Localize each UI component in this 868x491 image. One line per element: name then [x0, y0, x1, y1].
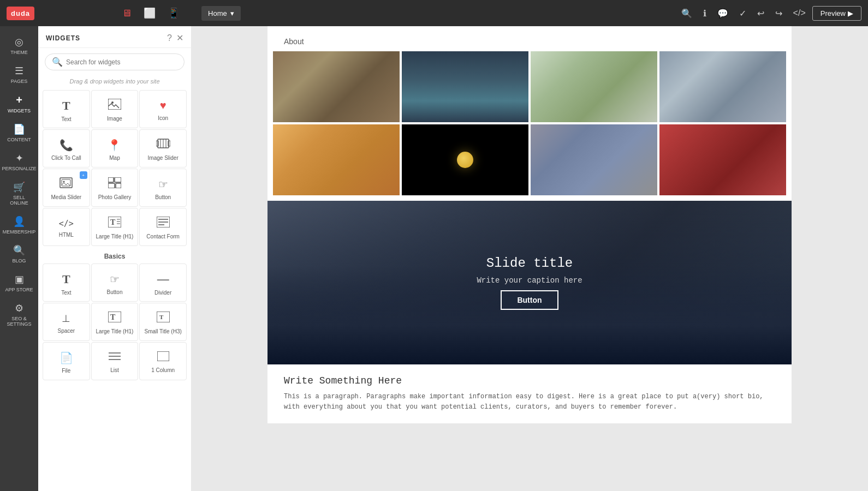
sidebar-item-pages[interactable]: ☰ PAGES	[2, 61, 36, 88]
widget-contact-form[interactable]: Contact Form	[139, 208, 187, 246]
map-widget-icon: 📍	[108, 139, 121, 152]
svg-text:T: T	[110, 218, 116, 226]
sidebar-item-app-store[interactable]: ▣ APP STORE	[2, 269, 36, 297]
basics-divider-label: Divider	[154, 290, 171, 296]
basics-widget-list[interactable]: List	[91, 342, 139, 380]
basics-widget-button[interactable]: ☞ Button	[91, 264, 139, 302]
info-icon-btn[interactable]: ℹ	[699, 5, 711, 22]
sidebar-item-blog[interactable]: 🔍 BLOG	[2, 240, 36, 268]
large-title-widget-label: Large Title (H1)	[96, 233, 134, 239]
svg-rect-11	[108, 177, 114, 182]
page-dropdown[interactable]: Home ▾	[201, 6, 241, 21]
click-to-call-widget-icon: 📞	[60, 139, 73, 152]
moon-graphic	[457, 152, 473, 168]
widget-text[interactable]: T Text	[43, 90, 90, 128]
sidebar-item-sell-online[interactable]: 🛒 SELL ONLINE	[2, 177, 36, 210]
basics-widget-large-title[interactable]: T Large Title (H1)	[91, 303, 139, 341]
basics-file-label: File	[62, 368, 70, 374]
svg-rect-14	[116, 183, 121, 188]
mobile-device-btn[interactable]: 📱	[162, 4, 185, 22]
redo-icon-btn[interactable]: ↪	[771, 5, 787, 22]
widget-large-title[interactable]: T Large Title (H1)	[91, 208, 139, 246]
topbar: duda 🖥 ⬜ 📱 Home ▾ 🔍 ℹ 💬 ✓ ↩ ↪ </> Previe…	[0, 0, 868, 26]
photo-gallery-widget-label: Photo Gallery	[98, 194, 132, 200]
widget-html[interactable]: </> HTML	[43, 208, 90, 246]
content-icon: 📄	[13, 123, 25, 135]
basics-widget-file[interactable]: 📄 File	[43, 342, 90, 380]
button-widget-icon: ☞	[158, 178, 168, 191]
basics-widgets-grid: T Text ☞ Button — Divider ⊥ Spacer T	[38, 264, 191, 380]
widgets-panel: WIDGETS ? ✕ 🔍 Drag & drop widgets into y…	[38, 26, 191, 491]
icon-widget-icon: ♥	[160, 99, 167, 112]
sidebar-item-content[interactable]: 📄 CONTENT	[2, 119, 36, 147]
basics-list-icon	[109, 351, 121, 364]
sidebar-item-widgets[interactable]: + WIDGETS	[2, 89, 36, 118]
widget-search-input[interactable]	[66, 58, 177, 66]
svg-rect-31	[157, 351, 169, 361]
basics-widget-spacer[interactable]: ⊥ Spacer	[43, 303, 90, 341]
widget-media-slider[interactable]: + Media Slider	[43, 169, 90, 207]
widget-photo-gallery[interactable]: Photo Gallery	[91, 169, 139, 207]
pages-icon: ☰	[15, 65, 23, 77]
undo-icon-btn[interactable]: ↩	[753, 5, 769, 22]
photo-cell-5	[273, 124, 400, 195]
basics-widget-small-title[interactable]: T Small Title (H3)	[139, 303, 187, 341]
comment-icon-btn[interactable]: 💬	[713, 5, 733, 22]
image-slider-widget-icon	[156, 138, 170, 152]
basics-widget-divider[interactable]: — Divider	[139, 264, 187, 302]
desktop-device-btn[interactable]: 🖥	[116, 4, 137, 22]
image-widget-icon	[108, 99, 121, 112]
basics-button-label: Button	[107, 289, 123, 295]
button-widget-label: Button	[155, 194, 171, 200]
widget-image[interactable]: Image	[91, 90, 139, 128]
sidebar-item-personalize[interactable]: ✦ PERSONALIZE	[2, 148, 36, 176]
sidebar-item-app-store-label: APP STORE	[5, 287, 33, 292]
widget-button[interactable]: ☞ Button	[139, 169, 187, 207]
preview-button[interactable]: Preview ▶	[812, 6, 861, 21]
widgets-close-icon[interactable]: ✕	[176, 33, 183, 43]
widgets-icon: +	[16, 94, 22, 106]
theme-icon: ◎	[15, 36, 23, 48]
basics-section-label: Basics	[38, 246, 191, 264]
basics-small-title-icon: T	[157, 312, 170, 325]
basics-text-label: Text	[61, 290, 71, 296]
sidebar-item-theme[interactable]: ◎ THEME	[2, 32, 36, 59]
basics-small-title-label: Small Title (H3)	[144, 328, 181, 334]
contact-form-widget-icon	[157, 217, 170, 230]
large-title-widget-icon: T	[108, 217, 121, 230]
html-widget-icon: </>	[59, 219, 74, 229]
app-store-icon: ▣	[15, 273, 24, 285]
widget-image-slider[interactable]: Image Slider	[139, 129, 187, 167]
widget-click-to-call[interactable]: 📞 Click To Call	[43, 129, 90, 167]
slider-section: Slide title Write your caption here Butt…	[267, 201, 792, 364]
text-section: Write Something Here This is a paragraph…	[267, 364, 792, 423]
widget-search-bar[interactable]: 🔍	[45, 53, 185, 70]
widget-icon[interactable]: ♥ Icon	[139, 90, 187, 128]
photo-cell-7	[531, 124, 657, 195]
photo-cell-8	[659, 124, 786, 195]
sidebar-item-seo[interactable]: ⚙ SEO & SETTINGS	[2, 298, 36, 331]
slide-button[interactable]: Button	[501, 290, 558, 310]
basics-large-title-label: Large Title (H1)	[96, 328, 134, 334]
basics-button-icon: ☞	[110, 273, 120, 286]
basics-spacer-label: Spacer	[57, 328, 75, 334]
text-widget-icon: T	[62, 99, 70, 113]
personalize-icon: ✦	[15, 152, 23, 164]
slide-title: Slide title	[486, 256, 573, 271]
click-to-call-widget-label: Click To Call	[51, 155, 81, 161]
check-icon-btn[interactable]: ✓	[735, 5, 751, 22]
media-slider-widget-icon	[59, 177, 73, 191]
basics-widget-1-column[interactable]: 1 Column	[139, 342, 187, 380]
basics-file-icon: 📄	[60, 351, 73, 364]
basics-widget-text[interactable]: T Text	[43, 264, 90, 302]
search-icon-btn[interactable]: 🔍	[677, 5, 697, 22]
code-icon-btn[interactable]: </>	[789, 5, 810, 21]
widget-map[interactable]: 📍 Map	[91, 129, 139, 167]
basics-list-label: List	[110, 367, 119, 373]
sell-online-icon: 🛒	[13, 181, 25, 193]
tablet-device-btn[interactable]: ⬜	[138, 4, 161, 22]
widgets-help-icon[interactable]: ?	[167, 33, 172, 43]
basics-1-column-label: 1 Column	[151, 367, 175, 373]
svg-text:T: T	[159, 314, 164, 320]
sidebar-item-membership[interactable]: 👤 MEMBERSHIP	[2, 211, 36, 239]
